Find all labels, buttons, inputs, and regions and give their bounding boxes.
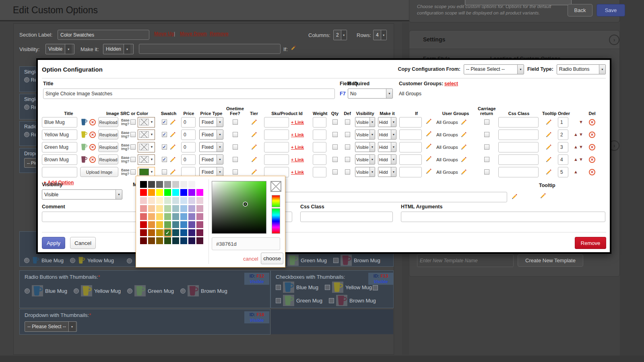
palette-color[interactable] — [188, 213, 195, 220]
base-img-checkbox[interactable] — [130, 157, 136, 162]
checkbox[interactable] — [329, 298, 334, 303]
swatch-pencil-icon[interactable] — [169, 119, 176, 125]
radio-button[interactable] — [70, 258, 75, 263]
tier-pencil-icon[interactable] — [251, 169, 257, 175]
qty-checkbox[interactable] — [332, 169, 338, 175]
upload-image-button[interactable]: Upload Image — [80, 167, 118, 177]
condition-input[interactable] — [139, 44, 281, 54]
palette-color[interactable] — [156, 197, 163, 204]
onetime-fee-checkbox[interactable] — [233, 119, 238, 125]
swatch-pencil-icon[interactable] — [169, 144, 176, 150]
order-up-icon[interactable]: ▲ — [574, 157, 578, 162]
palette-color[interactable] — [196, 181, 203, 188]
radio-button[interactable] — [24, 105, 29, 110]
if-pencil-icon[interactable] — [425, 131, 432, 137]
user-groups-pencil-icon[interactable] — [460, 119, 467, 125]
palette-color[interactable] — [180, 205, 187, 212]
delete-image-icon[interactable]: ✕ — [89, 119, 96, 125]
palette-color[interactable] — [156, 229, 163, 236]
visibility-select[interactable]: Visible▼ — [45, 44, 74, 54]
price-type-select[interactable]: Fixed▼ — [199, 117, 223, 127]
palette-color[interactable] — [164, 181, 171, 188]
row-visibility-select[interactable]: Visible▼ — [355, 154, 375, 165]
save-button[interactable]: Save — [597, 4, 625, 16]
row-tooltip-pencil-icon[interactable] — [545, 119, 552, 125]
radio-button[interactable] — [24, 77, 29, 82]
price-type-select[interactable]: Fixed▼ — [199, 142, 223, 152]
row-if-input[interactable] — [399, 130, 422, 140]
sku-input[interactable] — [264, 130, 289, 140]
row-make-it-select[interactable]: Hidd▼ — [378, 167, 396, 177]
create-template-button[interactable]: Create New Template — [518, 254, 583, 267]
palette-color[interactable] — [164, 221, 171, 228]
upload-image-button[interactable]: Reupload — [98, 142, 118, 152]
base-img-checkbox[interactable] — [130, 144, 136, 150]
palette-color[interactable] — [140, 189, 147, 196]
qty-checkbox[interactable] — [332, 144, 338, 150]
swatch-pencil-icon[interactable] — [169, 169, 176, 175]
radio-button[interactable] — [24, 132, 29, 137]
palette-color[interactable] — [188, 205, 195, 212]
palette-color[interactable] — [172, 205, 179, 212]
order-up-icon[interactable]: ▲ — [574, 132, 578, 137]
qty-checkbox[interactable] — [332, 119, 338, 125]
def-checkbox[interactable] — [345, 157, 350, 162]
palette-color[interactable] — [148, 229, 155, 236]
row-css-class-input[interactable] — [498, 142, 539, 152]
sku-link[interactable]: + Link — [291, 132, 304, 137]
palette-color[interactable] — [156, 237, 163, 244]
dropdown-select[interactable]: -- Please Select --▼ — [25, 321, 77, 332]
order-down-icon[interactable]: ▼ — [579, 120, 583, 124]
palette-color[interactable] — [164, 205, 171, 212]
chevron-right-icon[interactable]: › — [609, 35, 619, 45]
palette-color[interactable] — [156, 213, 163, 220]
palette-color[interactable] — [196, 229, 203, 236]
palette-color[interactable] — [196, 205, 203, 212]
palette-color[interactable] — [164, 189, 171, 196]
order-down-icon[interactable]: ▼ — [579, 145, 583, 149]
tier-pencil-icon[interactable] — [251, 156, 257, 163]
base-img-checkbox[interactable] — [130, 119, 136, 125]
row-visibility-select[interactable]: Visible▼ — [355, 167, 375, 177]
option-title-main-input[interactable] — [43, 88, 335, 99]
upload-image-button[interactable]: Reupload — [98, 154, 118, 165]
sku-input[interactable] — [264, 142, 289, 152]
carriage-return-checkbox[interactable] — [484, 132, 489, 137]
onetime-fee-checkbox[interactable] — [233, 169, 238, 175]
price-type-select[interactable]: Fixed▼ — [199, 130, 223, 140]
palette-color[interactable] — [140, 181, 147, 188]
edit-pencil-icon[interactable] — [290, 45, 296, 51]
row-delete-icon[interactable]: ✕ — [589, 144, 595, 150]
palette-color[interactable] — [148, 213, 155, 220]
saturation-gradient-area[interactable] — [212, 181, 266, 234]
tier-pencil-icon[interactable] — [251, 132, 257, 138]
html-arguments-input[interactable] — [401, 212, 605, 222]
clear-color-button[interactable] — [270, 181, 281, 192]
weight-input[interactable] — [313, 130, 326, 140]
palette-color[interactable] — [188, 229, 195, 236]
def-checkbox[interactable] — [345, 119, 350, 125]
palette-color[interactable] — [156, 181, 163, 188]
row-css-class-input[interactable] — [498, 117, 539, 128]
swatch-color-select[interactable]: ▼ — [138, 154, 155, 165]
order-up-icon[interactable]: ▲ — [574, 170, 578, 174]
move-down-link[interactable]: Move Down — [180, 31, 207, 37]
row-make-it-select[interactable]: Hidd▼ — [378, 117, 396, 127]
copy-config-select[interactable]: -- Please Select --▼ — [464, 64, 524, 74]
price-type-select[interactable]: Fixed▼ — [199, 154, 223, 165]
order-down-icon[interactable]: ▼ — [579, 132, 583, 137]
row-if-input[interactable] — [399, 142, 422, 152]
radio-button[interactable] — [127, 288, 132, 294]
if-pencil-icon[interactable] — [425, 168, 432, 175]
order-up-icon[interactable]: ▲ — [574, 145, 578, 149]
radio-button[interactable] — [127, 258, 132, 263]
palette-color[interactable] — [180, 213, 187, 220]
footer-visibility-select[interactable]: Visible▼ — [42, 189, 122, 200]
radio-button[interactable] — [24, 258, 29, 263]
swatch-checkbox[interactable]: ✓ — [162, 157, 167, 162]
palette-color[interactable] — [180, 189, 187, 196]
row-visibility-select[interactable]: Visible▼ — [355, 142, 375, 152]
row-delete-icon[interactable]: ✕ — [589, 119, 595, 125]
palette-color[interactable] — [180, 229, 187, 236]
palette-color[interactable] — [188, 237, 195, 244]
